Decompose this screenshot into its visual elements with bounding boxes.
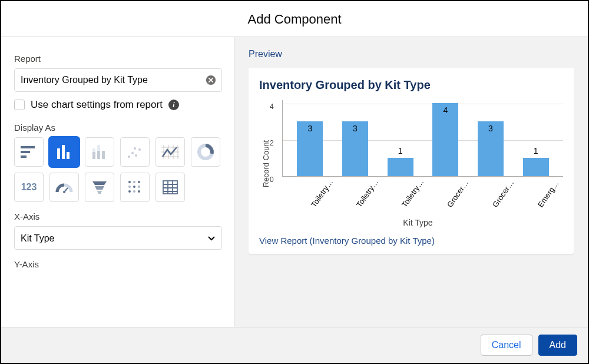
svg-point-28: [138, 186, 140, 188]
svg-rect-4: [57, 148, 60, 159]
svg-point-14: [135, 154, 137, 157]
display-as-grid: 123: [14, 137, 226, 202]
svg-point-31: [138, 190, 140, 193]
display-as-label: Display As: [14, 123, 222, 133]
chart-bar: 3: [342, 121, 368, 176]
chart-bar: 4: [432, 103, 458, 176]
stacked-bar-chart-icon[interactable]: [85, 137, 114, 167]
chart-bar: 1: [523, 158, 549, 176]
scatter-chart-icon[interactable]: [120, 137, 150, 167]
line-chart-icon[interactable]: [155, 137, 185, 167]
svg-rect-1: [21, 146, 35, 148]
svg-point-16: [134, 147, 136, 150]
modal-title: Add Component: [1, 1, 588, 37]
svg-rect-10: [97, 145, 100, 151]
svg-rect-11: [102, 151, 105, 159]
preview-card: Inventory Grouped by Kit Type Record Cou…: [249, 68, 574, 254]
chart-category-label: Toiletry…: [355, 181, 399, 224]
info-icon[interactable]: i: [168, 100, 179, 110]
svg-point-27: [133, 186, 135, 188]
x-axis-select[interactable]: Kit Type: [14, 226, 222, 250]
svg-point-23: [128, 181, 131, 183]
preview-pane: Preview Inventory Grouped by Kit Type Re…: [234, 37, 588, 327]
chart-bar: 3: [297, 121, 323, 176]
svg-point-30: [133, 190, 135, 193]
chart-ylabel: Record Count: [259, 100, 270, 227]
chart-category-label: Toiletry…: [400, 181, 444, 224]
svg-rect-3: [21, 155, 27, 158]
config-pane: Report Use chart settings from report i …: [1, 37, 234, 327]
svg-point-12: [128, 155, 130, 158]
chart-ytick: 4: [270, 102, 274, 111]
vertical-bar-chart-icon[interactable]: [49, 137, 79, 167]
chart-title: Inventory Grouped by Kit Type: [259, 78, 563, 92]
svg-rect-5: [62, 145, 65, 159]
chart-category-label: Emerg…: [536, 181, 580, 224]
chart: Record Count 024331431 Toiletry…Toiletry…: [259, 100, 563, 227]
add-component-modal: Add Component Report Use chart settings …: [0, 0, 589, 364]
donut-chart-icon[interactable]: [191, 137, 220, 167]
svg-point-29: [128, 190, 131, 193]
y-axis-label: Y-Axis: [14, 259, 222, 269]
svg-point-26: [128, 186, 131, 188]
svg-point-13: [131, 152, 134, 154]
svg-rect-8: [92, 148, 95, 152]
svg-point-24: [133, 181, 135, 183]
svg-rect-6: [67, 152, 70, 159]
cancel-button[interactable]: Cancel: [481, 335, 532, 356]
chart-bar: 1: [388, 158, 413, 176]
report-input[interactable]: [14, 68, 222, 92]
preview-label: Preview: [249, 49, 574, 59]
svg-point-25: [138, 181, 140, 183]
chart-bar: 3: [478, 121, 504, 176]
modal-footer: Cancel Add: [1, 327, 588, 363]
svg-marker-20: [92, 181, 107, 185]
use-chart-settings-checkbox[interactable]: [14, 100, 25, 110]
add-button[interactable]: Add: [538, 335, 577, 356]
view-report-link[interactable]: View Report (Inventory Grouped by Kit Ty…: [259, 236, 563, 246]
clear-icon[interactable]: [206, 75, 216, 85]
svg-marker-22: [97, 191, 102, 194]
chart-ytick: 2: [270, 139, 274, 147]
chart-category-label: Grocer…: [445, 181, 489, 224]
horizontal-bar-chart-icon[interactable]: [14, 137, 44, 167]
chart-category-label: Toiletry…: [309, 181, 353, 224]
gauge-chart-icon[interactable]: [49, 173, 79, 202]
chart-ytick: 0: [270, 176, 274, 184]
chart-category-label: Grocer…: [491, 181, 535, 224]
metric-chart-icon[interactable]: 123: [14, 173, 44, 202]
svg-rect-2: [21, 151, 30, 153]
table-chart-icon[interactable]: [155, 173, 185, 202]
funnel-chart-icon[interactable]: [85, 173, 114, 202]
svg-point-15: [138, 148, 141, 151]
use-chart-settings-label: Use chart settings from report: [31, 99, 163, 111]
report-label: Report: [14, 54, 222, 64]
matrix-chart-icon[interactable]: [120, 173, 150, 202]
svg-line-19: [64, 188, 68, 192]
svg-marker-21: [95, 186, 104, 190]
x-axis-label: X-Axis: [14, 211, 222, 221]
